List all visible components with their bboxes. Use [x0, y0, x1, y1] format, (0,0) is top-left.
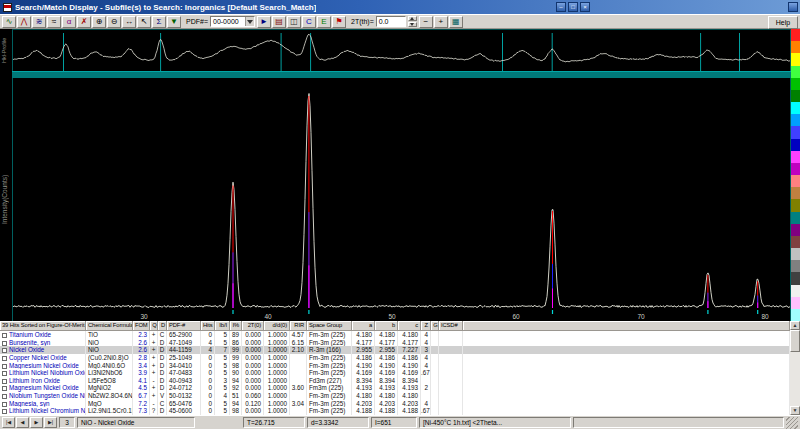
palette-swatch[interactable] [791, 66, 800, 78]
scroll-up-icon[interactable]: ▲ [790, 321, 800, 330]
column-header-fom[interactable]: FOM [133, 321, 150, 331]
palette-swatch[interactable] [791, 163, 800, 175]
peak-marks-icon[interactable]: ⋀ [17, 16, 31, 28]
column-header-d[interactable]: D [158, 321, 167, 331]
palette-swatch[interactable] [791, 114, 800, 126]
phase-name[interactable]: Magnesia, syn [9, 400, 50, 407]
palette-swatch[interactable] [791, 175, 800, 187]
zoom-in-icon[interactable]: ⊕ [92, 16, 106, 28]
pointer-icon[interactable]: ↖ [137, 16, 151, 28]
row-checkbox[interactable] [2, 348, 7, 353]
overlay-card-icon[interactable]: ▤ [272, 16, 286, 28]
palette-swatch[interactable] [791, 29, 800, 41]
scroll-thumb[interactable] [790, 330, 800, 352]
table-row[interactable]: Niobium Tungsten Oxide NitrideNb2W2.8O4.… [0, 392, 790, 400]
row-checkbox[interactable] [2, 371, 7, 376]
column-header-a[interactable]: a [352, 321, 375, 331]
step-up-icon[interactable]: + [434, 16, 448, 28]
palette-swatch[interactable] [791, 151, 800, 163]
palette-swatch[interactable] [791, 236, 800, 248]
row-checkbox[interactable] [2, 402, 7, 407]
next-record-button[interactable]: ▶ [30, 417, 43, 428]
phase-name[interactable]: Nickel Oxide [9, 346, 44, 353]
full-range-icon[interactable]: ↔ [122, 16, 136, 28]
palette-swatch[interactable] [791, 260, 800, 272]
palette-swatch[interactable] [791, 212, 800, 224]
row-checkbox[interactable] [2, 356, 7, 361]
column-header-q[interactable]: Q [150, 321, 158, 331]
column-header-ipct[interactable]: I% [230, 321, 242, 331]
spin-down-button[interactable] [408, 22, 417, 27]
palette-swatch[interactable] [791, 90, 800, 102]
palette-swatch[interactable] [791, 309, 800, 321]
column-header-name[interactable]: 39 Hits Sorted on Figure-Of-Merit [0, 321, 86, 331]
zoom-out-icon[interactable]: ⊖ [107, 16, 121, 28]
flag-phase-icon[interactable]: ⚑ [332, 16, 346, 28]
step-down-icon[interactable]: − [419, 16, 433, 28]
chemistry-filter-icon[interactable]: C [302, 16, 316, 28]
table-row[interactable]: Nickel OxideNiO2.6+D44-115947990.0001.00… [0, 346, 790, 354]
phase-name[interactable]: Titanium Oxide [9, 331, 51, 338]
table-row[interactable]: Magnesium Nickel OxideMg0.4Ni0.6O3.4+D34… [0, 362, 790, 370]
palette-swatch[interactable] [791, 187, 800, 199]
diffraction-chart[interactable]: 304050607080 [12, 78, 791, 321]
restore-button[interactable]: □ [568, 2, 578, 12]
column-header-hits[interactable]: Hits [201, 321, 215, 331]
palette-swatch[interactable] [791, 272, 800, 284]
palette-swatch[interactable] [791, 139, 800, 151]
two-theta-input[interactable]: 0.0 [376, 16, 406, 27]
table-row[interactable]: Bunsenite, synNiO2.6+D47-104945860.0001.… [0, 339, 790, 347]
row-checkbox[interactable] [2, 333, 7, 338]
palette-swatch[interactable] [791, 199, 800, 211]
row-checkbox[interactable] [2, 409, 7, 414]
palette-swatch[interactable] [791, 102, 800, 114]
column-header-z[interactable]: Z [421, 321, 431, 331]
column-header-b[interactable]: b [375, 321, 398, 331]
prev-record-button[interactable]: ◀ [16, 417, 29, 428]
phase-name[interactable]: Niobium Tungsten Oxide Nitride [9, 392, 86, 399]
palette-swatch[interactable] [791, 297, 800, 309]
phase-name[interactable]: Lithium Iron Oxide [9, 377, 60, 384]
palette-swatch[interactable] [791, 285, 800, 297]
column-header-ibi[interactable]: Ib/I [215, 321, 230, 331]
phase-name[interactable]: Copper Nickel Oxide [9, 354, 67, 361]
column-header-c[interactable]: c [398, 321, 421, 331]
phase-name[interactable]: Magnesium Nickel Oxide [9, 384, 79, 391]
column-header-g[interactable]: G [431, 321, 439, 331]
column-header-formula[interactable]: Chemical Formula [86, 321, 133, 331]
pdf-dropdown-button[interactable] [245, 17, 254, 26]
close-button[interactable]: × [580, 2, 590, 12]
background-fit-icon[interactable]: ≋ [32, 16, 46, 28]
phase-name[interactable]: Lithium Nickel Chromium Niob... [9, 407, 86, 414]
titlebar-corner-button[interactable] [788, 2, 798, 12]
minimize-button[interactable]: – [556, 2, 566, 12]
grid-toggle-icon[interactable]: ▦ [449, 16, 463, 28]
goto-pdf-icon[interactable]: ► [257, 16, 271, 28]
phase-name[interactable]: Magnesium Nickel Oxide [9, 362, 79, 369]
palette-swatch[interactable] [791, 78, 800, 90]
row-checkbox[interactable] [2, 386, 7, 391]
column-header-sg[interactable]: Space Group [307, 321, 352, 331]
scroll-down-icon[interactable]: ▼ [790, 406, 800, 415]
first-record-button[interactable]: |◀ [2, 417, 15, 428]
table-row[interactable]: Magnesium Nickel OxideMgNiO24.5+D24-0712… [0, 384, 790, 392]
phase-name[interactable]: Bunsenite, syn [9, 339, 50, 346]
column-header-icsd[interactable]: ICSD# [439, 321, 463, 331]
palette-swatch[interactable] [791, 41, 800, 53]
table-row[interactable]: Copper Nickel Oxide(Cu0.2Ni0.8)O2.8+D25-… [0, 354, 790, 362]
help-button[interactable]: Help [768, 16, 798, 29]
palette-swatch[interactable] [791, 224, 800, 236]
resize-grip[interactable] [786, 417, 798, 429]
column-header-pdf[interactable]: PDF-# [167, 321, 201, 331]
row-checkbox[interactable] [2, 394, 7, 399]
clear-overlays-icon[interactable]: ✗ [77, 16, 91, 28]
card-info-icon[interactable]: ◫ [287, 16, 301, 28]
palette-swatch[interactable] [791, 126, 800, 138]
element-filter-icon[interactable]: E [317, 16, 331, 28]
table-row[interactable]: Lithium Nickel Chromium Niob...Li2.9Ni1.… [0, 407, 790, 415]
spin-up-button[interactable] [408, 16, 417, 21]
table-row[interactable]: Titanium OxideTiO2.3+C65-290005890.0001.… [0, 331, 790, 339]
palette-swatch[interactable] [791, 248, 800, 260]
row-checkbox[interactable] [2, 364, 7, 369]
last-record-button[interactable]: ▶| [44, 417, 57, 428]
